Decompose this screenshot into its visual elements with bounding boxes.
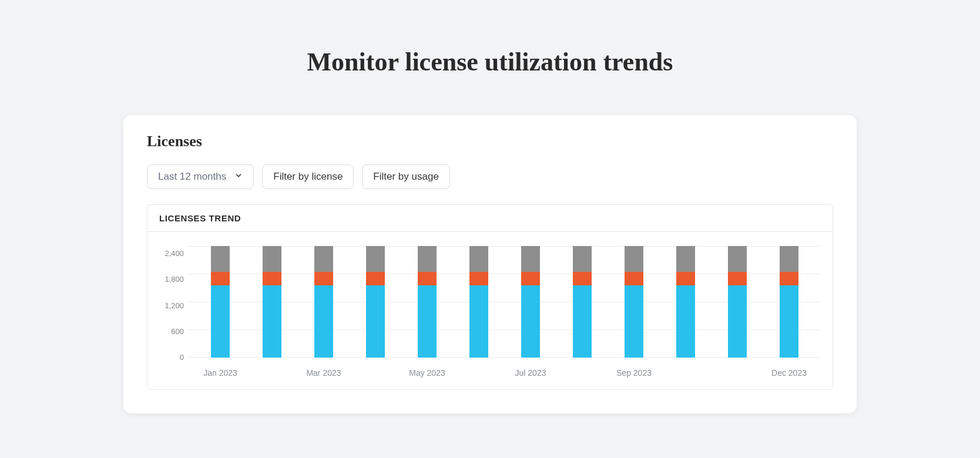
bar-segment — [418, 272, 437, 286]
bar-slot — [763, 246, 815, 358]
bar-slot — [608, 246, 660, 358]
bar-segment — [314, 272, 333, 286]
date-range-label: Last 12 months — [158, 171, 226, 183]
y-tick-label: 600 — [171, 328, 184, 335]
bar-slot — [194, 246, 246, 358]
bar-segment — [728, 285, 747, 358]
bar-segment — [263, 246, 281, 272]
bar-segment — [211, 285, 230, 358]
stacked-bar[interactable] — [469, 246, 488, 358]
bar-segment — [676, 246, 695, 272]
bar-segment — [521, 272, 540, 286]
bar-segment — [263, 272, 281, 286]
chevron-down-icon — [234, 171, 243, 183]
y-tick-label: 1,200 — [165, 302, 184, 309]
licenses-trend-chart: 2,4001,8001,2006000 Jan 2023Mar 2023May … — [159, 246, 821, 378]
bar-slot — [711, 246, 763, 358]
licenses-trend-panel: LICENSES TREND 2,4001,8001,2006000 Jan 2… — [147, 204, 833, 390]
x-tick-label: Sep 2023 — [608, 368, 660, 378]
bar-segment — [780, 246, 798, 272]
bar-segment — [728, 246, 747, 272]
bar-segment — [469, 246, 488, 272]
filter-by-usage-button[interactable]: Filter by usage — [362, 164, 450, 189]
stacked-bar[interactable] — [728, 246, 747, 358]
x-tick-label: Dec 2023 — [763, 368, 815, 378]
x-axis: Jan 2023Mar 2023May 2023Jul 2023Sep 2023… — [189, 358, 821, 378]
bar-segment — [780, 272, 798, 286]
bar-slot — [401, 246, 453, 358]
x-tick-label: Mar 2023 — [298, 368, 350, 378]
bar-slot — [556, 246, 608, 358]
bar-slot — [350, 246, 401, 358]
y-tick-label: 1,800 — [165, 275, 184, 283]
bar-segment — [780, 285, 798, 358]
stacked-bar[interactable] — [314, 246, 333, 358]
y-tick-label: 0 — [180, 353, 184, 361]
bar-segment — [366, 246, 385, 272]
bar-segment — [418, 246, 437, 272]
y-axis: 2,4001,8001,2006000 — [159, 246, 189, 358]
bar-segment — [314, 285, 333, 358]
bar-segment — [625, 246, 643, 272]
stacked-bar[interactable] — [366, 246, 385, 358]
bar-segment — [211, 272, 230, 286]
x-tick-label — [246, 368, 298, 378]
bar-segment — [521, 285, 540, 358]
bar-slot — [246, 246, 298, 358]
x-tick-label: Jan 2023 — [194, 368, 246, 378]
stacked-bar[interactable] — [625, 246, 643, 358]
stacked-bar[interactable] — [211, 246, 230, 358]
x-tick-label: May 2023 — [401, 368, 453, 378]
y-tick-label: 2,400 — [165, 250, 184, 257]
x-tick-label — [453, 368, 505, 378]
stacked-bar[interactable] — [780, 246, 798, 358]
bar-slot — [660, 246, 711, 358]
bar-slot — [453, 246, 505, 358]
stacked-bar[interactable] — [676, 246, 695, 358]
date-range-dropdown[interactable]: Last 12 months — [147, 164, 254, 189]
bar-segment — [625, 285, 643, 358]
bar-segment — [676, 285, 695, 358]
filter-by-license-button[interactable]: Filter by license — [262, 164, 354, 189]
bar-segment — [573, 246, 592, 272]
bar-segment — [469, 272, 488, 286]
x-tick-label — [350, 368, 401, 378]
x-tick-label — [556, 368, 608, 378]
bar-segment — [573, 285, 592, 358]
bar-segment — [211, 246, 230, 272]
card-title: Licenses — [147, 133, 833, 150]
bar-segment — [573, 272, 592, 286]
bar-segment — [521, 246, 540, 272]
bar-segment — [263, 285, 281, 358]
stacked-bar[interactable] — [573, 246, 592, 358]
stacked-bar[interactable] — [418, 246, 437, 358]
x-tick-label — [660, 368, 711, 378]
bar-segment — [625, 272, 643, 286]
bar-segment — [418, 285, 437, 358]
bar-segment — [676, 272, 695, 286]
bar-segment — [366, 285, 385, 358]
chart-bars — [189, 246, 821, 358]
page-title: Monitor license utilization trends — [123, 47, 857, 77]
bar-segment — [728, 272, 747, 286]
x-tick-label: Jul 2023 — [505, 368, 556, 378]
x-tick-label — [711, 368, 763, 378]
bar-segment — [366, 272, 385, 286]
bar-slot — [505, 246, 556, 358]
bar-segment — [314, 246, 333, 272]
filters-row: Last 12 months Filter by license Filter … — [147, 164, 833, 189]
stacked-bar[interactable] — [263, 246, 281, 358]
bar-slot — [298, 246, 350, 358]
licenses-card: Licenses Last 12 months Filter by licens… — [123, 115, 857, 413]
chart-header: LICENSES TREND — [147, 205, 833, 232]
bar-segment — [469, 285, 488, 358]
stacked-bar[interactable] — [521, 246, 540, 358]
